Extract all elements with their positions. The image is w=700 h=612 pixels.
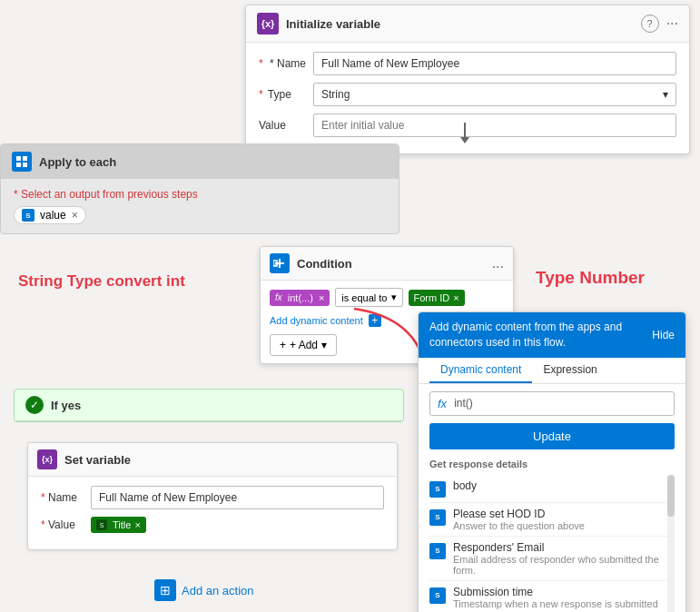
- sv-value-label: * Value: [41, 518, 91, 531]
- item-icon-submission: S: [429, 587, 446, 604]
- chip-close-button[interactable]: ×: [72, 209, 78, 222]
- item-icon-body: S: [429, 481, 446, 498]
- form-id-chip-close[interactable]: ×: [453, 292, 458, 303]
- name-field-row: * * Name: [259, 52, 676, 75]
- annotation-string-type: String Type convert int: [18, 272, 185, 291]
- title-chip-icon: S: [96, 519, 107, 530]
- equals-select[interactable]: is equal to ▾: [335, 288, 402, 307]
- func-chip: fx int(...) ×: [270, 290, 330, 306]
- type-label: * Type: [259, 88, 313, 101]
- dynamic-item-body: S body: [429, 475, 675, 503]
- condition-icon: ≡: [270, 253, 290, 273]
- dynamic-item-submission: S Submission time Timestamp when a new r…: [429, 581, 675, 612]
- add-dynamic-plus-button[interactable]: +: [369, 314, 381, 327]
- condition-more-button[interactable]: ...: [492, 255, 504, 271]
- svg-text:≡: ≡: [274, 261, 279, 269]
- card-title: Initialize variable: [286, 17, 641, 31]
- annotation-type-number: Type Number: [536, 268, 645, 288]
- apply-each-icon: [12, 152, 32, 172]
- dynamic-item-email: S Responders' Email Email address of res…: [429, 537, 675, 581]
- tab-expression[interactable]: Expression: [532, 358, 607, 383]
- update-button[interactable]: Update: [429, 423, 675, 449]
- scroll-thumb[interactable]: [667, 475, 675, 517]
- if-yes-section: ✓ If yes: [14, 389, 404, 422]
- item-label-submission[interactable]: Submission time: [453, 586, 658, 598]
- func-chip-close[interactable]: ×: [319, 292, 324, 303]
- hide-button[interactable]: Hide: [652, 329, 675, 341]
- fx-value: int(): [454, 397, 473, 410]
- if-yes-title: If yes: [51, 399, 81, 412]
- dynamic-body: fx int() Update Get response details S b…: [419, 384, 685, 612]
- sv-name-row: * Name: [41, 486, 384, 509]
- set-var-title: Set variable: [64, 453, 131, 467]
- item-label-body[interactable]: body: [453, 479, 477, 492]
- dynamic-header-text: Add dynamic content from the apps and co…: [429, 320, 652, 350]
- add-button[interactable]: + + Add ▾: [270, 334, 337, 356]
- svg-rect-5: [279, 259, 281, 268]
- set-var-icon: {x}: [37, 449, 57, 469]
- apply-each-body: * Select an output from previous steps S…: [1, 179, 399, 233]
- tab-dynamic-content[interactable]: Dynamic content: [429, 358, 532, 383]
- item-sub-hod: Answer to the question above: [453, 520, 585, 531]
- add-action-row[interactable]: ⊞ Add an action: [154, 579, 254, 601]
- apply-each-title: Apply to each: [39, 155, 116, 169]
- svg-rect-3: [23, 163, 27, 167]
- plus-text: +: [280, 339, 286, 351]
- apply-each-header: Apply to each: [1, 144, 399, 179]
- arrow-connector-1: [460, 123, 469, 143]
- section-label: Get response details: [429, 459, 675, 469]
- dynamic-tabs: Dynamic content Expression: [419, 358, 685, 384]
- item-label-hod[interactable]: Please set HOD ID: [453, 508, 585, 520]
- item-icon-email: S: [429, 543, 446, 559]
- condition-title: Condition: [297, 257, 492, 271]
- arrow-line: [464, 123, 466, 137]
- set-var-body: * Name * Value S Title ×: [28, 477, 397, 549]
- arrow-head: [460, 137, 469, 143]
- sv-name-input[interactable]: [91, 486, 384, 509]
- scroll-track: [667, 475, 675, 612]
- name-label: * * Name: [259, 57, 313, 70]
- dynamic-content-panel: Add dynamic content from the apps and co…: [418, 311, 686, 612]
- dynamic-item-hod: S Please set HOD ID Answer to the questi…: [429, 503, 675, 537]
- title-chip-label: Title: [113, 519, 131, 530]
- value-label: Value: [259, 119, 313, 132]
- variable-icon: {x}: [257, 13, 279, 35]
- select-label: * Select an output from previous steps: [14, 188, 386, 201]
- if-yes-header: ✓ If yes: [15, 390, 403, 421]
- title-chip-close[interactable]: ×: [134, 519, 140, 530]
- type-select[interactable]: String ▾: [313, 83, 676, 106]
- svg-rect-2: [16, 163, 21, 167]
- condition-row: fx int(...) × is equal to ▾ Form ID ×: [270, 288, 504, 307]
- set-variable-card: {x} Set variable * Name * Value S Title …: [27, 442, 398, 550]
- chip-label: value: [40, 209, 66, 222]
- add-action-label[interactable]: Add an action: [182, 584, 254, 597]
- set-var-header: {x} Set variable: [28, 443, 397, 477]
- chevron-icon: ▾: [391, 291, 397, 303]
- apply-each-section: Apply to each * Select an output from pr…: [0, 143, 399, 234]
- value-input[interactable]: [313, 114, 676, 137]
- add-action-icon: ⊞: [154, 579, 176, 601]
- add-dynamic-link[interactable]: Add dynamic content: [270, 315, 363, 326]
- more-button[interactable]: ···: [666, 15, 678, 32]
- fx-label: fx: [438, 397, 447, 410]
- func-label: int(...): [288, 292, 313, 303]
- value-chip: S value ×: [14, 206, 86, 224]
- card-header-actions: ? ···: [641, 15, 678, 33]
- fx-icon: fx: [275, 292, 282, 302]
- dynamic-panel-header: Add dynamic content from the apps and co…: [419, 312, 685, 358]
- condition-header: ≡ Condition ...: [261, 247, 513, 281]
- item-label-email[interactable]: Responders' Email: [453, 541, 675, 554]
- item-icon-hod: S: [429, 509, 446, 526]
- form-id-label: Form ID: [414, 292, 450, 303]
- sv-value-row: * Value S Title ×: [41, 517, 384, 533]
- form-id-chip: Form ID ×: [409, 290, 465, 306]
- value-chip-icon: S: [22, 209, 35, 222]
- checkmark-icon: ✓: [25, 396, 44, 414]
- name-input[interactable]: [313, 52, 676, 75]
- title-chip: S Title ×: [91, 517, 146, 533]
- svg-rect-0: [16, 156, 21, 161]
- sv-name-label: * Name: [41, 491, 91, 504]
- fx-expression-row: fx int(): [429, 391, 675, 416]
- svg-rect-1: [23, 156, 27, 161]
- help-button[interactable]: ?: [641, 15, 659, 33]
